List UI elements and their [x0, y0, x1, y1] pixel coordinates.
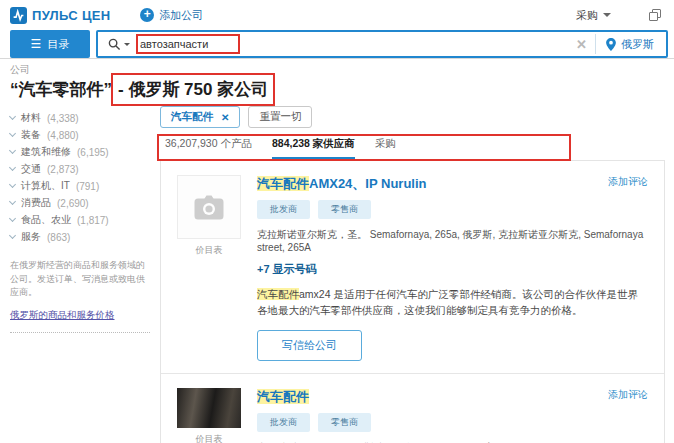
category-sidebar: 材料 (4,338) 装备 (4,880) 建筑和维修 (6,195) 交通 (… [10, 110, 158, 333]
supplier-card: 价目表 汽车配件AMX24、IP Nurulin 添加评论 批发商 零售商 克拉… [161, 161, 664, 373]
results-tabs: 36,207,930 个产品 884,238 家供应商 采购 [160, 137, 666, 160]
sidebar-note: 在俄罗斯经营的商品和服务领域的公司。发送订单、写消息或致电供应商。 [10, 259, 150, 300]
search-icon [108, 38, 121, 51]
search-bar: ✕ 俄罗斯 [96, 30, 668, 58]
chevron-down-icon [9, 181, 16, 188]
page-title-rest-annotated: - 俄罗斯 750 家公司 [118, 80, 268, 99]
tab-procurement[interactable]: 采购 [375, 137, 396, 160]
company-photo [177, 388, 241, 428]
remove-filter-icon[interactable]: ✕ [221, 112, 229, 123]
price-list-link[interactable]: 价目表 [196, 244, 223, 257]
write-to-company-button[interactable]: 写信给公司 [257, 330, 362, 361]
page-title-query: “汽车零部件” [10, 80, 112, 99]
sidebar-item-construction[interactable]: 建筑和维修 (6,195) [10, 144, 158, 160]
chevron-down-icon [603, 13, 611, 17]
supplier-description: 汽车配件amx24 是适用于任何汽车的广泛零部件经销商。该公司的合作伙伴是世界各… [257, 286, 648, 319]
sidebar-item-services[interactable]: 服务 (863) [10, 229, 158, 245]
add-company-button[interactable]: + 添加公司 [140, 8, 203, 23]
add-review-link[interactable]: 添加评论 [608, 388, 648, 402]
tab-suppliers[interactable]: 884,238 家供应商 [272, 137, 355, 160]
chevron-down-icon [9, 215, 16, 222]
chevron-down-icon [9, 113, 16, 120]
filter-chip-auto-parts[interactable]: 汽车配件 ✕ [160, 106, 240, 128]
search-type-selector[interactable] [104, 38, 134, 51]
add-review-link[interactable]: 添加评论 [608, 175, 648, 189]
applied-filters: 汽车配件 ✕ 重置一切 [160, 106, 666, 128]
chevron-down-icon [9, 164, 16, 171]
divider [10, 332, 150, 333]
procurement-label: 采购 [576, 8, 598, 23]
supplier-address: 克拉斯诺亚尔斯克，圣。 Semafornaya, 265a, 俄罗斯, 克拉斯诺… [257, 228, 648, 253]
sidebar-item-food-agriculture[interactable]: 食品、农业 (1,817) [10, 212, 158, 228]
procurement-menu[interactable]: 采购 [576, 8, 611, 23]
plus-icon: + [140, 8, 154, 22]
supplier-card: 价目表 汽车配件 添加评论 批发商 零售商 十月镇村，町，121，奥斯特罗夫齐，… [161, 373, 664, 443]
reset-all-button[interactable]: 重置一切 [248, 106, 312, 128]
sidebar-item-materials[interactable]: 材料 (4,338) [10, 110, 158, 126]
supplier-title-link[interactable]: 汽车配件 [257, 388, 598, 406]
show-phone-button[interactable]: +7 显示号码 [257, 262, 648, 277]
search-row: ☰ 目录 ✕ 俄罗斯 [0, 30, 674, 58]
chevron-down-icon [124, 43, 130, 46]
sidebar-item-transport[interactable]: 交通 (2,873) [10, 161, 158, 177]
top-bar: ПУЛЬС ЦЕН + 添加公司 采购 [0, 0, 674, 30]
sidebar-item-equipment[interactable]: 装备 (4,880) [10, 127, 158, 143]
location-label: 俄罗斯 [621, 37, 654, 52]
logo-text: ПУЛЬС ЦЕН [32, 8, 110, 23]
retailer-badge: 零售商 [318, 413, 371, 432]
supplier-list-panel: 价目表 汽车配件AMX24、IP Nurulin 添加评论 批发商 零售商 克拉… [160, 160, 665, 443]
hamburger-icon: ☰ [31, 38, 42, 50]
chevron-down-icon [9, 232, 16, 239]
logo[interactable]: ПУЛЬС ЦЕН [10, 7, 110, 24]
tab-products[interactable]: 36,207,930 个产品 [165, 137, 252, 160]
wholesaler-badge: 批发商 [257, 200, 310, 219]
pulscen-supplier-search-page: ПУЛЬС ЦЕН + 添加公司 采购 ☰ 目录 ✕ [0, 0, 674, 443]
sidebar-item-consumer-goods[interactable]: 消费品 (2,690) [10, 195, 158, 211]
add-company-label: 添加公司 [159, 8, 203, 23]
location-pin-icon [606, 38, 616, 51]
prices-link[interactable]: 俄罗斯的商品和服务价格 [10, 309, 115, 322]
company-logo-placeholder [177, 175, 241, 239]
divider [0, 58, 674, 59]
breadcrumb[interactable]: 公司 [10, 63, 30, 77]
clear-search-icon[interactable]: ✕ [568, 37, 595, 52]
price-list-link[interactable]: 价目表 [196, 433, 223, 443]
page-title: “汽车零部件”- 俄罗斯 750 家公司 [10, 78, 268, 101]
catalog-label: 目录 [47, 37, 69, 52]
sidebar-item-computers-it[interactable]: 计算机、IT (791) [10, 178, 158, 194]
results-area: 汽车配件 ✕ 重置一切 36,207,930 个产品 884,238 家供应商 … [160, 106, 666, 443]
chevron-down-icon [9, 198, 16, 205]
retailer-badge: 零售商 [318, 200, 371, 219]
location-selector[interactable]: 俄罗斯 [596, 37, 660, 52]
comparison-icon[interactable] [649, 9, 662, 22]
wholesaler-badge: 批发商 [257, 413, 310, 432]
pulse-logo-icon [10, 7, 27, 24]
chevron-down-icon [9, 147, 16, 154]
search-input[interactable] [140, 38, 236, 50]
supplier-title-link[interactable]: 汽车配件AMX24、IP Nurulin [257, 175, 598, 193]
chevron-down-icon [9, 130, 16, 137]
catalog-button[interactable]: ☰ 目录 [10, 30, 90, 58]
camera-icon [194, 195, 224, 220]
